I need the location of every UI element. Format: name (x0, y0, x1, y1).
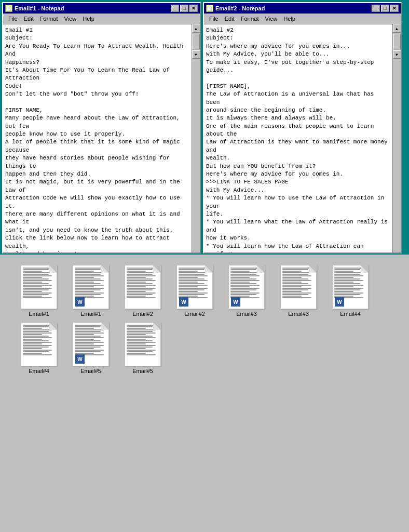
file-icon-9: W (73, 322, 109, 366)
file-line (23, 326, 49, 327)
file-line (127, 336, 153, 337)
file-line (127, 337, 156, 338)
file-line (75, 331, 101, 332)
file-line (282, 288, 311, 289)
file-item-2[interactable]: W Email#1 (67, 265, 114, 317)
file-line (23, 294, 49, 295)
scrollbar-1[interactable]: ▲ ▼ (192, 24, 200, 252)
file-item-7[interactable]: W Email#4 (327, 265, 374, 317)
titlebar-buttons-2: _ □ ✕ (372, 5, 399, 12)
file-line (179, 269, 204, 270)
file-item-8[interactable]: Email#4 (16, 322, 62, 374)
menu-file-2[interactable]: File (206, 15, 222, 23)
file-line (282, 294, 308, 295)
text-area-1[interactable]: Email #1 Subject: Are You Ready To Learn… (3, 24, 192, 252)
file-item-6[interactable]: Email#3 (275, 265, 322, 317)
file-icon-1 (21, 265, 57, 309)
notepad-window-1: 📄 Email#1 - Notepad _ □ ✕ File Edit Form… (2, 2, 201, 254)
file-line (230, 294, 256, 295)
file-line (334, 274, 360, 275)
scrollbar-2[interactable]: ▲ ▼ (392, 24, 401, 252)
notepad-window-2: 📄 Email#2 - Notepad _ □ ✕ File Edit Form… (203, 2, 402, 254)
menu-help-1[interactable]: Help (79, 15, 98, 23)
file-line (75, 350, 104, 351)
scroll-thumb-1[interactable] (193, 34, 200, 49)
file-item-3[interactable]: Email#2 (119, 265, 166, 317)
file-line (23, 292, 52, 294)
close-button-2[interactable]: ✕ (390, 5, 399, 12)
file-line (23, 296, 42, 297)
file-corner2 (309, 265, 316, 273)
file-label-8: Email#4 (29, 368, 49, 374)
file-line (75, 274, 101, 275)
file-line (334, 283, 360, 284)
menu-view-1[interactable]: View (61, 15, 80, 23)
maximize-button-1[interactable]: □ (180, 5, 188, 12)
file-item-9[interactable]: W Email#5 (67, 322, 114, 374)
file-line (282, 278, 308, 280)
file-line (127, 278, 153, 280)
file-line (127, 329, 156, 330)
file-line (230, 268, 260, 269)
menu-format-1[interactable]: Format (37, 15, 61, 23)
file-line (127, 325, 156, 326)
file-line (23, 291, 42, 292)
file-line (23, 342, 52, 343)
file-line (127, 294, 153, 295)
file-corner2 (49, 323, 57, 330)
file-line (179, 272, 208, 273)
close-button-1[interactable]: ✕ (189, 5, 198, 12)
file-label-3: Email#2 (132, 311, 153, 317)
file-line (127, 271, 146, 272)
scroll-down-btn-1[interactable]: ▼ (192, 50, 200, 59)
file-line (75, 291, 94, 292)
file-line (127, 292, 156, 294)
file-line (334, 285, 363, 286)
maximize-button-2[interactable]: □ (381, 5, 389, 12)
file-line (23, 286, 42, 287)
scroll-up-btn-1[interactable]: ▲ (192, 24, 200, 33)
scroll-thumb-2[interactable] (393, 34, 401, 49)
text-area-2[interactable]: Email #2 Subject: Here's where my advice… (204, 24, 392, 252)
file-line (23, 354, 52, 355)
file-label-5: Email#3 (236, 311, 257, 317)
file-line (75, 342, 104, 343)
file-corner2 (101, 265, 108, 273)
file-icon-8 (21, 322, 57, 366)
menu-format-2[interactable]: Format (238, 15, 262, 23)
file-corner2 (153, 323, 160, 330)
file-item-1[interactable]: Email#1 (16, 265, 62, 317)
file-line (75, 288, 104, 289)
file-line (23, 272, 52, 273)
file-line (75, 272, 104, 273)
scroll-up-btn-2[interactable]: ▲ (393, 24, 401, 33)
file-line (230, 278, 256, 280)
scroll-down-btn-2[interactable]: ▼ (393, 50, 401, 59)
file-line (23, 268, 52, 269)
file-line (23, 283, 49, 284)
file-line (334, 278, 360, 280)
window-title-2: Email#2 - Notepad (215, 5, 265, 11)
file-line (334, 280, 363, 281)
file-line (179, 291, 198, 292)
minimize-button-1[interactable]: _ (171, 5, 179, 12)
file-item-5[interactable]: W Email#3 (223, 265, 270, 317)
file-item-4[interactable]: W Email#2 (171, 265, 218, 317)
menu-file-1[interactable]: File (5, 15, 21, 23)
desktop: 📄 Email#1 - Notepad _ □ ✕ File Edit Form… (0, 0, 409, 255)
menu-help-2[interactable]: Help (280, 15, 298, 23)
titlebar-left-1: 📄 Email#1 - Notepad (5, 5, 64, 12)
menu-edit-2[interactable]: Edit (222, 15, 238, 23)
file-line (75, 345, 104, 346)
menu-edit-1[interactable]: Edit (21, 15, 37, 23)
file-line (230, 289, 256, 290)
file-line (230, 292, 260, 294)
menu-view-2[interactable]: View (262, 15, 281, 23)
minimize-button-2[interactable]: _ (372, 5, 380, 12)
window-title-1: Email#1 - Notepad (15, 5, 64, 11)
file-label-1: Email#1 (29, 311, 49, 317)
file-line (127, 272, 156, 273)
file-icon-10 (125, 322, 161, 366)
file-line (127, 347, 153, 348)
file-item-10[interactable]: Email#5 (119, 322, 166, 374)
